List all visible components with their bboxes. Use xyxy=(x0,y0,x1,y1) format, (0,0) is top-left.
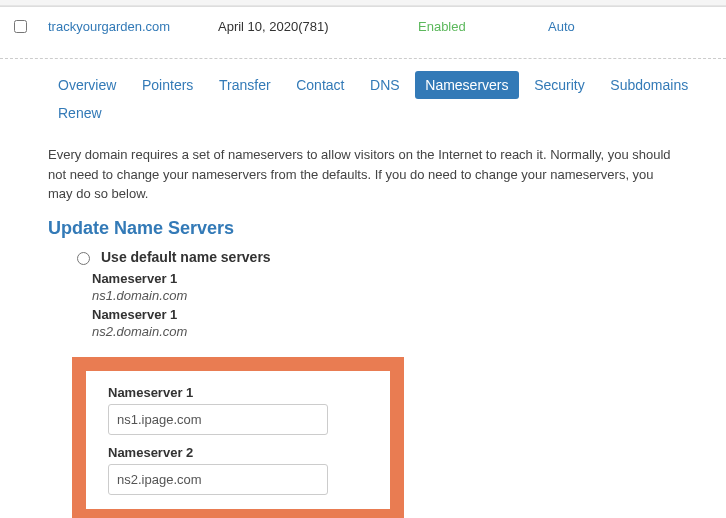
domain-date: April 10, 2020(781) xyxy=(210,7,410,47)
tab-pointers[interactable]: Pointers xyxy=(132,71,203,99)
custom-ns1-label: Nameserver 1 xyxy=(108,385,368,400)
tab-nameservers[interactable]: Nameservers xyxy=(415,71,518,99)
use-default-radio[interactable] xyxy=(77,252,90,265)
tab-subdomains[interactable]: Subdomains xyxy=(600,71,698,99)
custom-ns2-input[interactable] xyxy=(108,464,328,495)
use-default-label: Use default name servers xyxy=(101,249,271,265)
row-checkbox[interactable] xyxy=(14,20,27,33)
tab-renew[interactable]: Renew xyxy=(48,99,112,127)
domain-status: Enabled xyxy=(418,19,466,34)
default-ns2-label: Nameserver 1 xyxy=(92,307,678,322)
domain-table: trackyourgarden.com April 10, 2020(781) … xyxy=(0,6,726,46)
custom-ns2-label: Nameserver 2 xyxy=(108,445,368,460)
divider xyxy=(0,58,726,59)
custom-ns-highlight: Nameserver 1 Nameserver 2 xyxy=(72,357,404,519)
section-title: Update Name Servers xyxy=(48,218,678,239)
default-ns-block: Nameserver 1 ns1.domain.com Nameserver 1… xyxy=(92,271,678,339)
tab-security[interactable]: Security xyxy=(524,71,595,99)
default-ns2-value: ns2.domain.com xyxy=(92,324,678,339)
default-ns1-value: ns1.domain.com xyxy=(92,288,678,303)
domain-link[interactable]: trackyourgarden.com xyxy=(48,19,170,34)
description-text: Every domain requires a set of nameserve… xyxy=(48,145,678,204)
default-ns1-label: Nameserver 1 xyxy=(92,271,678,286)
tab-contact[interactable]: Contact xyxy=(286,71,354,99)
tab-dns[interactable]: DNS xyxy=(360,71,410,99)
table-row: trackyourgarden.com April 10, 2020(781) … xyxy=(0,7,726,47)
domain-action[interactable]: Auto xyxy=(548,19,575,34)
tab-transfer[interactable]: Transfer xyxy=(209,71,281,99)
custom-ns1-input[interactable] xyxy=(108,404,328,435)
tab-bar: Overview Pointers Transfer Contact DNS N… xyxy=(0,63,726,135)
tab-overview[interactable]: Overview xyxy=(48,71,126,99)
